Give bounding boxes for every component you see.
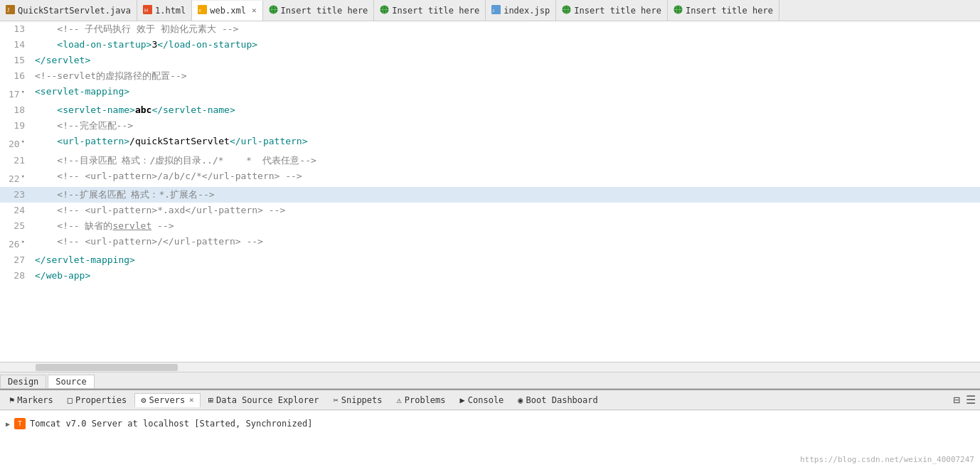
panel-tab-label-properties: Properties bbox=[75, 395, 127, 405]
line-content-19: <!--完全匹配--> bbox=[32, 118, 133, 134]
panel-tab-problems[interactable]: ⚠Problems bbox=[390, 393, 452, 407]
line-content-17: <servlet-mapping> bbox=[32, 84, 129, 100]
watermark: https://blog.csdn.net/weixin_40007247 bbox=[800, 455, 974, 464]
tab-title2[interactable]: Insert title here bbox=[374, 0, 486, 21]
code-line-18[interactable]: 18 <servlet-name>abc</servlet-name> bbox=[0, 102, 980, 118]
svg-text:H: H bbox=[144, 8, 148, 13]
fold-icon-22[interactable]: ▾ bbox=[21, 173, 25, 180]
html-icon: H bbox=[143, 5, 152, 16]
code-line-20[interactable]: 20▾ <url-pattern>/quickStartServlet</url… bbox=[0, 134, 980, 152]
tab-quickstart[interactable]: JQuickStartServlet.java bbox=[0, 0, 137, 21]
tab-webxml[interactable]: Xweb.xml✕ bbox=[192, 1, 262, 21]
code-line-16[interactable]: 16<!--servlet的虚拟路径的配置--> bbox=[0, 68, 980, 84]
line-number-26: 26▾ bbox=[0, 234, 32, 252]
tab-label-title3: Insert title here bbox=[574, 6, 661, 16]
server-expand-icon[interactable]: ▶ bbox=[6, 420, 10, 428]
tab-label-html: 1.html bbox=[155, 6, 186, 16]
fold-icon-17[interactable]: ▾ bbox=[21, 88, 25, 95]
line-content-24: <!-- <url-pattern>*.axd</url-pattern> --… bbox=[32, 203, 285, 218]
line-content-26: <!-- <url-pattern>/</url-pattern> --> bbox=[32, 234, 263, 249]
tab-title1[interactable]: Insert title here bbox=[263, 0, 375, 21]
line-number-16: 16 bbox=[0, 68, 32, 84]
panel-tab-console[interactable]: ▶Console bbox=[454, 393, 511, 407]
line-number-14: 14 bbox=[0, 37, 32, 53]
code-line-25[interactable]: 25 <!-- 缺省的servlet --> bbox=[0, 218, 980, 234]
code-editor[interactable]: 13 <!-- 子代码执行 效于 初始化元素大 --> 14 <load-on-… bbox=[0, 21, 980, 362]
fold-icon-20[interactable]: ▾ bbox=[21, 138, 25, 145]
panel-tab-properties[interactable]: □Properties bbox=[61, 393, 133, 407]
code-line-17[interactable]: 17▾<servlet-mapping> bbox=[0, 84, 980, 102]
tab-title4[interactable]: Insert title here bbox=[668, 0, 779, 21]
tab-close-webxml[interactable]: ✕ bbox=[252, 6, 257, 15]
editor-area: 13 <!-- 子代码执行 效于 初始化元素大 --> 14 <load-on-… bbox=[0, 21, 980, 389]
panel-tab-markers[interactable]: ⚑Markers bbox=[3, 393, 60, 407]
tab-label-title4: Insert title here bbox=[686, 6, 773, 16]
bottom-tab-design[interactable]: Design bbox=[0, 375, 46, 388]
horizontal-scrollbar[interactable] bbox=[0, 362, 980, 372]
minimize-panel-button[interactable]: ⊟ bbox=[952, 393, 962, 407]
tab-indexjsp[interactable]: Jindex.jsp bbox=[486, 0, 556, 21]
tab-title3[interactable]: Insert title here bbox=[556, 0, 668, 21]
tab-html[interactable]: H1.html bbox=[137, 0, 192, 21]
code-line-22[interactable]: 22▾ <!-- <url-pattern>/a/b/c/*</url-patt… bbox=[0, 168, 980, 187]
tab-bar: JQuickStartServlet.javaH1.htmlXweb.xml✕I… bbox=[0, 0, 980, 21]
fold-icon-26[interactable]: ▾ bbox=[21, 238, 25, 245]
svg-text:J: J bbox=[492, 9, 494, 13]
server-row[interactable]: ▶ T Tomcat v7.0 Server at localhost [Sta… bbox=[6, 417, 974, 431]
globe-icon bbox=[562, 5, 571, 16]
panel-tab-datasource[interactable]: ⊞Data Source Explorer bbox=[202, 393, 326, 407]
code-line-15[interactable]: 15</servlet> bbox=[0, 53, 980, 68]
panel-tab-servers[interactable]: ⚙Servers✕ bbox=[134, 393, 200, 407]
tab-label-indexjsp: index.jsp bbox=[504, 6, 550, 16]
line-number-21: 21 bbox=[0, 153, 32, 168]
code-line-19[interactable]: 19 <!--完全匹配--> bbox=[0, 118, 980, 134]
code-line-13[interactable]: 13 <!-- 子代码执行 效于 初始化元素大 --> bbox=[0, 21, 980, 37]
line-content-20: <url-pattern>/quickStartServlet</url-pat… bbox=[32, 134, 308, 149]
java-icon: J bbox=[6, 5, 15, 16]
line-number-27: 27 bbox=[0, 252, 32, 268]
tab-label-webxml: web.xml bbox=[210, 6, 246, 16]
code-line-23[interactable]: 23 <!--扩展名匹配 格式：*.扩展名--> bbox=[0, 187, 980, 203]
line-content-25: <!-- 缺省的servlet --> bbox=[32, 218, 174, 234]
code-line-21[interactable]: 21 <!--目录匹配 格式：/虚拟的目录../* * 代表任意--> bbox=[0, 153, 980, 168]
line-number-25: 25 bbox=[0, 218, 32, 234]
scroll-thumb[interactable] bbox=[36, 364, 178, 371]
panel-tab-icon-datasource: ⊞ bbox=[208, 395, 213, 405]
tab-label-title2: Insert title here bbox=[392, 6, 479, 16]
panel-tab-icon-markers: ⚑ bbox=[9, 395, 14, 405]
code-line-24[interactable]: 24 <!-- <url-pattern>*.axd</url-pattern>… bbox=[0, 203, 980, 218]
code-line-14[interactable]: 14 <load-on-startup>3</load-on-startup> bbox=[0, 37, 980, 53]
line-number-19: 19 bbox=[0, 118, 32, 134]
line-content-27: </servlet-mapping> bbox=[32, 252, 135, 268]
code-line-27[interactable]: 27</servlet-mapping> bbox=[0, 252, 980, 268]
xml-icon: X bbox=[198, 5, 207, 16]
line-content-16: <!--servlet的虚拟路径的配置--> bbox=[32, 68, 187, 84]
line-number-18: 18 bbox=[0, 102, 32, 118]
globe-icon bbox=[380, 5, 389, 16]
jsp-icon: J bbox=[491, 5, 501, 16]
panel-tab-label-snippets: Snippets bbox=[341, 395, 383, 405]
panel-tab-label-bootdashboard: Boot Dashboard bbox=[526, 395, 598, 405]
line-number-23: 23 bbox=[0, 187, 32, 203]
line-number-17: 17▾ bbox=[0, 84, 32, 102]
svg-text:J: J bbox=[7, 7, 9, 14]
line-number-20: 20▾ bbox=[0, 134, 32, 152]
globe-icon bbox=[269, 5, 278, 16]
panel-tab-label-servers: Servers bbox=[149, 395, 186, 405]
line-number-13: 13 bbox=[0, 21, 32, 37]
panel-tab-bar: ⚑Markers□Properties⚙Servers✕⊞Data Source… bbox=[0, 390, 980, 410]
line-content-22: <!-- <url-pattern>/a/b/c/*</url-pattern>… bbox=[32, 168, 302, 184]
bottom-tab-source[interactable]: Source bbox=[48, 375, 94, 388]
panel-tab-icon-console: ▶ bbox=[460, 395, 465, 405]
menu-panel-button[interactable]: ☰ bbox=[964, 393, 977, 407]
panel-tab-snippets[interactable]: ✂Snippets bbox=[326, 393, 388, 407]
line-content-28: </web-app> bbox=[32, 268, 90, 284]
line-number-24: 24 bbox=[0, 203, 32, 218]
code-line-26[interactable]: 26▾ <!-- <url-pattern>/</url-pattern> --… bbox=[0, 234, 980, 252]
panel-tab-close-servers[interactable]: ✕ bbox=[189, 395, 194, 404]
code-line-28[interactable]: 28</web-app> bbox=[0, 268, 980, 284]
panel-tab-bootdashboard[interactable]: ◉Boot Dashboard bbox=[511, 393, 604, 407]
panel-tab-label-datasource: Data Source Explorer bbox=[216, 395, 319, 405]
panel-tab-label-console: Console bbox=[468, 395, 504, 405]
panel-tab-label-markers: Markers bbox=[17, 395, 53, 405]
